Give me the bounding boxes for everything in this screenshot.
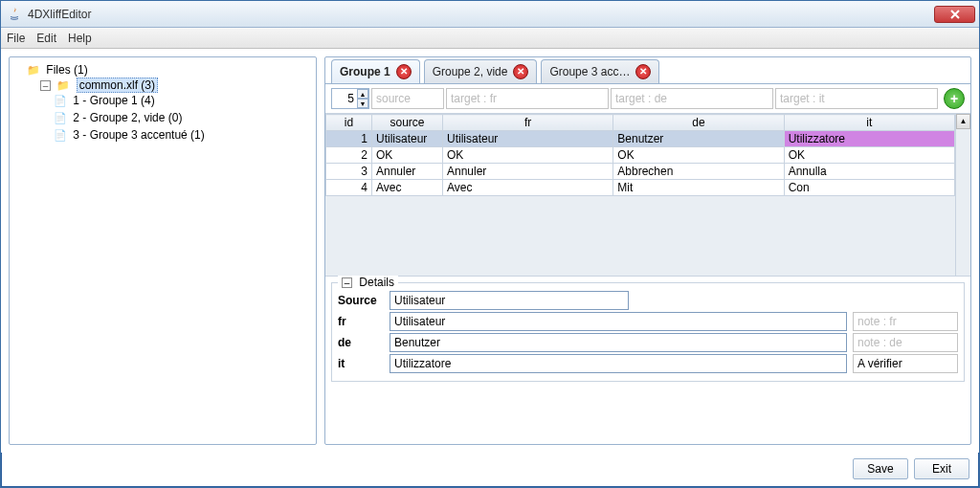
details-it-input[interactable] — [390, 354, 847, 373]
cell-source[interactable]: OK — [372, 147, 443, 164]
grid-scrollbar[interactable]: ▲ — [955, 114, 970, 276]
tab-groupe-3[interactable]: Groupe 3 acc… ✕ — [541, 59, 659, 83]
table-row[interactable]: 4 Avec Avec Mit Con — [326, 180, 955, 196]
menu-edit[interactable]: Edit — [36, 32, 56, 45]
table-row[interactable]: 2 OK OK OK OK — [326, 147, 955, 164]
col-it[interactable]: it — [784, 115, 954, 131]
table-row[interactable]: 3 Annuler Annuler Abbrechen Annulla — [326, 164, 955, 180]
tree-group-label: 2 - Groupe 2, vide (0) — [73, 111, 182, 124]
menu-help[interactable]: Help — [68, 32, 92, 45]
cell-id: 1 — [326, 131, 372, 147]
client-area: Files (1) – common.xlf (3) 1 - Groupe 1 … — [1, 49, 979, 453]
filter-it-input[interactable] — [775, 88, 938, 109]
table-row[interactable]: 1 Utilisateur Utilisateur Benutzer Utili… — [326, 131, 955, 147]
tab-label: Groupe 3 acc… — [549, 65, 630, 78]
page-spinner[interactable]: ▲ ▼ — [331, 88, 369, 109]
col-id[interactable]: id — [326, 115, 372, 131]
translation-grid[interactable]: id source fr de it 1 Utilisateur Utilisa… — [325, 114, 955, 196]
details-fr-note[interactable] — [853, 312, 958, 331]
cell-id: 2 — [326, 147, 372, 164]
tab-groupe-1[interactable]: Groupe 1 ✕ — [331, 59, 420, 83]
scroll-up-icon[interactable]: ▲ — [956, 114, 970, 129]
tab-close-icon[interactable]: ✕ — [635, 64, 651, 79]
menubar: File Edit Help — [1, 28, 979, 49]
tree-file-node[interactable]: – common.xlf (3) 1 - Groupe 1 (4) — [40, 77, 312, 145]
tab-label: Groupe 1 — [340, 65, 390, 78]
tree-file-label: common.xlf (3) — [77, 78, 158, 93]
footer-bar: Save Exit — [1, 453, 979, 487]
col-de[interactable]: de — [613, 115, 784, 131]
java-icon — [7, 7, 22, 22]
spinner-up-icon[interactable]: ▲ — [357, 89, 368, 99]
filter-source-input[interactable] — [371, 88, 444, 109]
app-window: 4DXliffEditor File Edit Help Files (1) – — [0, 0, 980, 488]
details-label-it: it — [338, 357, 384, 370]
cell-it[interactable]: OK — [784, 147, 954, 164]
cell-it[interactable]: Con — [784, 180, 954, 196]
details-title-label: Details — [359, 276, 394, 289]
tree-group-node[interactable]: 3 - Groupe 3 accentué (1) — [54, 126, 312, 144]
details-label-fr: fr — [338, 315, 384, 328]
cell-fr[interactable]: Avec — [443, 180, 613, 196]
tree-group-node[interactable]: 1 - Groupe 1 (4) — [54, 92, 312, 109]
cell-fr[interactable]: Annuler — [443, 164, 613, 180]
page-spinner-input[interactable] — [332, 90, 357, 107]
tree-collapse-icon[interactable]: – — [40, 80, 51, 91]
exit-button[interactable]: Exit — [914, 458, 969, 479]
save-button[interactable]: Save — [853, 458, 908, 479]
editor-pane: Groupe 1 ✕ Groupe 2, vide ✕ Groupe 3 acc… — [324, 56, 971, 445]
tab-close-icon[interactable]: ✕ — [513, 64, 528, 79]
tab-bar: Groupe 1 ✕ Groupe 2, vide ✕ Groupe 3 acc… — [325, 57, 970, 84]
tree-root-label: Files (1) — [46, 63, 87, 77]
file-icon — [54, 111, 67, 124]
cell-source[interactable]: Avec — [372, 180, 443, 196]
tab-label: Groupe 2, vide — [433, 65, 508, 78]
filter-fr-input[interactable] — [446, 88, 609, 109]
details-de-note[interactable] — [853, 333, 958, 352]
cell-de[interactable]: Mit — [613, 180, 784, 196]
titlebar: 4DXliffEditor — [1, 1, 979, 28]
col-source[interactable]: source — [372, 115, 443, 131]
details-collapse-icon[interactable]: – — [342, 277, 352, 288]
cell-id: 4 — [326, 180, 372, 196]
spinner-down-icon[interactable]: ▼ — [357, 99, 368, 108]
details-source-input[interactable] — [390, 291, 629, 310]
cell-source[interactable]: Annuler — [372, 164, 443, 180]
menu-file[interactable]: File — [7, 32, 25, 45]
details-label-de: de — [338, 336, 384, 349]
cell-it[interactable]: Utilizzatore — [784, 131, 954, 147]
details-de-input[interactable] — [390, 333, 847, 352]
details-label-source: Source — [338, 294, 384, 307]
cell-it[interactable]: Annulla — [784, 164, 954, 180]
cell-fr[interactable]: OK — [443, 147, 613, 164]
cell-de[interactable]: Benutzer — [613, 131, 784, 147]
tree-group-node[interactable]: 2 - Groupe 2, vide (0) — [54, 109, 312, 126]
cell-source[interactable]: Utilisateur — [372, 131, 443, 147]
folder-open-icon — [56, 78, 70, 92]
cell-de[interactable]: OK — [613, 147, 784, 164]
cell-de[interactable]: Abbrechen — [613, 164, 784, 180]
window-title: 4DXliffEditor — [28, 8, 91, 21]
filter-row: ▲ ▼ + — [325, 84, 970, 114]
tree-group-label: 1 - Groupe 1 (4) — [73, 94, 154, 107]
tree-root[interactable]: Files (1) – common.xlf (3) 1 - Groupe 1 … — [27, 61, 312, 147]
tree-pane: Files (1) – common.xlf (3) 1 - Groupe 1 … — [9, 56, 317, 445]
file-icon — [54, 94, 67, 107]
grid-area: id source fr de it 1 Utilisateur Utilisa… — [325, 114, 970, 277]
window-close-button[interactable] — [934, 6, 975, 23]
add-row-button[interactable]: + — [944, 88, 965, 109]
details-it-note[interactable] — [853, 354, 958, 373]
file-icon — [54, 128, 67, 142]
tab-close-icon[interactable]: ✕ — [396, 64, 412, 79]
col-fr[interactable]: fr — [443, 115, 613, 131]
tree-group-label: 3 - Groupe 3 accentué (1) — [73, 128, 204, 142]
cell-fr[interactable]: Utilisateur — [443, 131, 613, 147]
cell-id: 3 — [326, 164, 372, 180]
filter-de-input[interactable] — [611, 88, 773, 109]
folder-icon — [27, 63, 40, 77]
details-panel: – Details Source fr de — [331, 282, 965, 382]
tab-groupe-2[interactable]: Groupe 2, vide ✕ — [424, 59, 538, 83]
details-fr-input[interactable] — [390, 312, 847, 331]
